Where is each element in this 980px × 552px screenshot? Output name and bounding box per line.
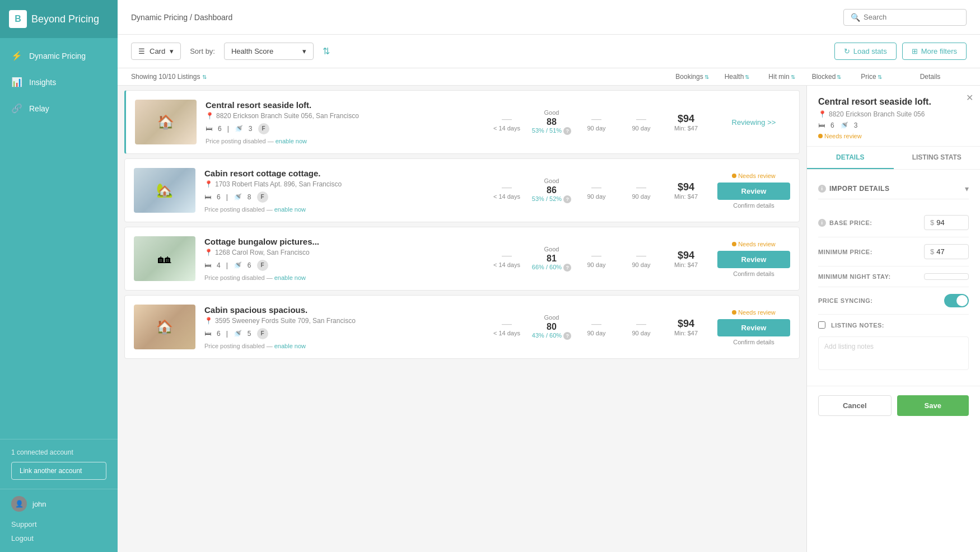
min-night-input[interactable] (924, 273, 969, 280)
side-panel: ✕ Central resort seaside loft. 📍 8820 Er… (806, 86, 980, 552)
sidebar-item-relay[interactable]: 🔗 Relay (0, 95, 118, 121)
info-icon[interactable]: ? (563, 332, 571, 340)
bookings-stat: — < 14 days (484, 113, 529, 132)
sort-arrows-icon[interactable]: ⇅ (323, 46, 330, 57)
sidebar: B Beyond Pricing ⚡ Dynamic Pricing 📊 Ins… (0, 0, 118, 552)
more-filters-button[interactable]: ⊞ More filters (902, 43, 967, 60)
search-input[interactable] (864, 13, 959, 21)
min-price-row: MINIMUM PRICE: $ 47 (818, 237, 969, 266)
reviewing-link[interactable]: Reviewing >> (732, 118, 776, 127)
table-row[interactable]: 🏘 Cottage bungalow pictures... 📍 1268 Ca… (124, 227, 800, 291)
connected-accounts-text: 1 connected account (11, 448, 106, 456)
logout-link[interactable]: Logout (11, 531, 106, 545)
listing-address: 📍 3595 Sweeney Fords Suite 709, San Fran… (204, 317, 484, 325)
listing-notes-input[interactable]: Add listing notes (818, 336, 969, 370)
bookings-stat: — < 14 days (484, 250, 529, 268)
enable-link[interactable]: enable now (276, 138, 307, 144)
status-dot (732, 174, 736, 178)
col-header-hitmin[interactable]: Hit min ⇅ (759, 73, 804, 81)
base-price-input[interactable]: $ 94 (924, 215, 969, 230)
confirm-details-link[interactable]: Confirm details (717, 339, 790, 345)
view-label: Card (150, 47, 165, 55)
listing-notes-checkbox[interactable] (818, 321, 825, 329)
breadcrumb: Dynamic Pricing / Dashboard (131, 13, 232, 22)
col-header-listing: Showing 10/10 Listings ⇅ (131, 73, 670, 81)
relay-icon: 🔗 (11, 103, 22, 114)
view-dropdown[interactable]: ☰ Card ▾ (131, 43, 181, 60)
panel-actions: Cancel Save (807, 386, 980, 425)
enable-link[interactable]: enable now (274, 274, 306, 281)
beds-icon: 🛏 (204, 193, 211, 201)
info-icon[interactable]: ? (563, 195, 571, 203)
blocked-stat: — 90 day (619, 113, 664, 132)
table-row[interactable]: 🏠 Cabin spacious spacious. 📍 3595 Sweene… (124, 295, 800, 359)
col-header-bookings[interactable]: Bookings ⇅ (670, 73, 715, 81)
baths-icon: 🚿 (235, 125, 243, 133)
dynamic-pricing-icon: ⚡ (11, 50, 22, 61)
breadcrumb-current: Dashboard (194, 13, 233, 22)
hitmin-stat: — 90 day (574, 113, 619, 132)
confirm-details-link[interactable]: Confirm details (717, 202, 790, 209)
sep: | (226, 330, 228, 338)
import-details-header[interactable]: i IMPORT DETAILS ▾ (818, 179, 969, 199)
base-price-row: i BASE PRICE: $ 94 (818, 208, 969, 237)
panel-meta: 🛏 6 🚿 3 (818, 121, 969, 129)
link-account-button[interactable]: Link another account (11, 462, 106, 480)
review-button[interactable]: Review (717, 319, 790, 336)
blocked-stat: — 90 day (619, 181, 664, 200)
listing-info: Cabin resort cottage cottage. 📍 1703 Rob… (204, 169, 484, 213)
grid-icon: ☰ (138, 47, 145, 55)
listing-meta: 🛏 6 | 🚿 3 F (206, 123, 484, 134)
tab-details[interactable]: DETAILS (807, 147, 894, 169)
sidebar-item-dynamic-pricing[interactable]: ⚡ Dynamic Pricing (0, 43, 118, 69)
confirm-details-link[interactable]: Confirm details (717, 270, 790, 277)
enable-link[interactable]: enable now (274, 206, 306, 213)
beds-icon: 🛏 (204, 261, 211, 269)
location-icon: 📍 (818, 110, 827, 118)
close-icon[interactable]: ✕ (966, 92, 973, 103)
hitmin-sort-icon: ⇅ (791, 74, 795, 80)
sidebar-item-label: Dynamic Pricing (29, 52, 86, 60)
listing-stats: — < 14 days Good 80 43% / 60% ? — 90 day… (484, 314, 708, 340)
needs-review-badge: Needs review (717, 172, 790, 179)
platform-badge: F (257, 260, 268, 271)
load-stats-button[interactable]: ↻ Load stats (834, 43, 897, 60)
review-button[interactable]: Review (717, 183, 790, 200)
beds-icon: 🛏 (204, 330, 211, 338)
price-syncing-toggle[interactable] (944, 294, 969, 307)
support-link[interactable]: Support (11, 517, 106, 531)
table-row[interactable]: 🏠 Central resort seaside loft. 📍 8820 Er… (124, 90, 800, 154)
tab-listing-stats[interactable]: LISTING STATS (894, 147, 981, 169)
enable-link[interactable]: enable now (274, 343, 306, 349)
cancel-button[interactable]: Cancel (818, 395, 892, 416)
bookings-stat: — < 14 days (484, 181, 529, 200)
price-syncing-label: PRICE SYNCING: (818, 297, 872, 304)
col-header-price[interactable]: Price ⇅ (849, 73, 894, 81)
col-header-blocked[interactable]: Blocked ⇅ (804, 73, 849, 81)
listing-action: Needs review Review Confirm details (717, 172, 790, 209)
save-button[interactable]: Save (897, 395, 969, 416)
price-syncing-row: PRICE SYNCING: (818, 287, 969, 315)
health-sort-icon: ⇅ (745, 74, 749, 80)
review-button[interactable]: Review (717, 251, 790, 268)
min-price-input[interactable]: $ 47 (924, 244, 969, 259)
toolbar: ☰ Card ▾ Sort by: Health Score ▾ ⇅ ↻ Loa… (118, 35, 980, 68)
listing-stats: — < 14 days Good 81 66% / 60% ? — 90 day… (484, 246, 708, 272)
info-icon[interactable]: ? (563, 127, 571, 135)
location-icon: 📍 (206, 112, 214, 120)
hitmin-stat: — 90 day (574, 181, 619, 200)
health-stat: Good 86 53% / 52% ? (529, 177, 574, 203)
breadcrumb-link[interactable]: Dynamic Pricing (131, 13, 188, 22)
col-header-health[interactable]: Health ⇅ (715, 73, 759, 81)
listing-title: Cabin spacious spacious. (204, 305, 484, 315)
breadcrumb-sep: / (190, 13, 194, 22)
listing-status: Price posting disabled — enable now (204, 343, 484, 349)
username: john (32, 500, 46, 508)
baths-icon: 🚿 (234, 330, 242, 338)
sort-dropdown[interactable]: Health Score ▾ (224, 43, 314, 60)
table-row[interactable]: 🏡 Cabin resort cottage cottage. 📍 1703 R… (124, 158, 800, 222)
panel-title: Central resort seaside loft. (818, 97, 969, 107)
info-icon[interactable]: ? (563, 264, 571, 272)
search-box[interactable]: 🔍 (843, 9, 967, 26)
sidebar-item-insights[interactable]: 📊 Insights (0, 69, 118, 95)
